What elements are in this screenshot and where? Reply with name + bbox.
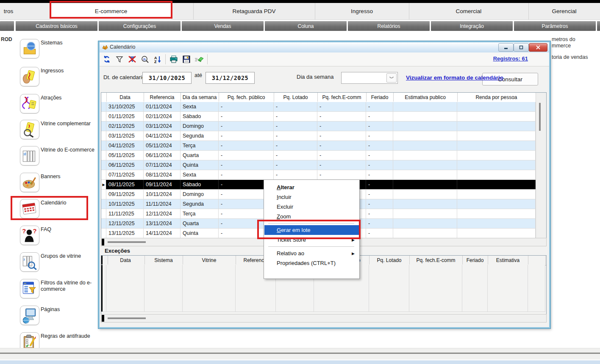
tab-ecommerce[interactable]: E-commerce [51, 3, 171, 19]
refresh-icon[interactable] [102, 54, 112, 64]
vscroll-thumb[interactable] [539, 103, 541, 131]
hscroll-thumb[interactable] [108, 317, 146, 319]
column-header[interactable]: Data [106, 256, 145, 265]
until-label: até [194, 72, 202, 78]
grid-cell: - [317, 102, 366, 111]
window-titlebar[interactable]: Calendário [100, 42, 549, 53]
filter-icon[interactable] [114, 54, 125, 64]
grid-cell [462, 293, 488, 302]
column-header[interactable]: Estimativa [488, 256, 528, 265]
tab-cadastros-partial[interactable]: tros [0, 3, 17, 19]
column-header[interactable]: Feriado [462, 256, 488, 265]
tab-gerencial[interactable]: Gerencial [528, 3, 600, 19]
vscrollbar-track[interactable] [536, 93, 546, 238]
eraser-icon[interactable] [194, 54, 204, 64]
menu-coluna[interactable]: Coluna [265, 21, 347, 31]
sidebar-item-showcase-groups[interactable]: Grupos de vitrine [20, 252, 98, 274]
menu-item-zoom[interactable]: Zoom [264, 212, 359, 221]
sidebar-item-tickets[interactable]: Ingressos [20, 67, 98, 89]
sidebar-item-showcase-filters[interactable]: Filtros da vitrine do e-commerce [20, 279, 98, 301]
exceptions-grid-hscrollbar[interactable] [101, 314, 547, 323]
sidebar-item-calendar[interactable]: Calendário [20, 199, 98, 221]
zoom-search-icon[interactable]: n [140, 54, 150, 64]
table-row[interactable]: 03/11/202504/11/2024Segunda---- [101, 131, 536, 141]
table-row[interactable] [101, 293, 545, 303]
menu-item-incluir[interactable]: Incluir [264, 192, 359, 202]
grid-cell [106, 274, 144, 284]
menu-item-alterar[interactable]: Alterar [264, 182, 359, 192]
menu-integracao[interactable]: Integração [431, 21, 513, 31]
chevron-down-icon[interactable] [386, 73, 397, 83]
table-row[interactable]: 06/11/202507/11/2024Quinta---- [101, 160, 536, 170]
minimize-button[interactable] [498, 43, 514, 52]
sidebar-item-banners[interactable]: Banners [20, 173, 98, 195]
column-header[interactable]: Dia da semana [181, 93, 219, 102]
column-header[interactable]: Sistema [144, 256, 183, 265]
table-row[interactable]: 05/11/202506/11/2024Quarta---- [101, 151, 536, 160]
column-header[interactable]: Feriado [366, 93, 394, 102]
menu-item-excluir[interactable]: Excluir [264, 202, 359, 212]
tab-ingresso[interactable]: Ingresso [315, 3, 409, 19]
table-row[interactable] [101, 284, 545, 293]
grid-cell [457, 199, 536, 209]
menu-cadastros-basicos[interactable]: Cadastros básicos [16, 21, 97, 31]
grid-cell [462, 265, 488, 274]
row-indicator [101, 112, 106, 121]
column-header[interactable]: Pq. Lotado [369, 256, 410, 265]
context-menu: AlterarIncluirExcluirZoomGerar em loteTi… [264, 179, 360, 279]
print-icon[interactable] [169, 54, 179, 64]
menu-vendas[interactable]: Vendas [182, 21, 264, 31]
registros-link[interactable]: Registros: 61 [493, 55, 528, 62]
sort-az-icon[interactable]: AZ [153, 54, 163, 64]
table-row[interactable]: 07/11/202508/11/2024Sexta---- [101, 170, 536, 180]
column-header[interactable]: Renda por pessoa [457, 93, 536, 102]
table-row[interactable]: 04/11/202505/11/2024Terça---- [101, 141, 536, 151]
save-icon[interactable] [181, 54, 192, 64]
tab-comercial[interactable]: Comercial [409, 3, 528, 19]
tab-retaguarda-pdv[interactable]: Retaguarda PDV [193, 3, 315, 19]
grid-cell [183, 284, 236, 293]
table-row[interactable]: 01/11/202502/11/2024Sábado---- [101, 112, 536, 121]
sidebar-item-showcase-complementary[interactable]: Vitrine complementar [20, 120, 98, 142]
menu-configuracoes[interactable]: Configurações [99, 21, 181, 31]
column-header[interactable]: Referencia [144, 93, 181, 102]
grid-cell [488, 293, 528, 302]
date-from-input[interactable]: 31/10/2025 [142, 72, 192, 84]
column-header[interactable] [528, 256, 546, 265]
grid-cell [236, 302, 276, 312]
menu-item-relativo-ao[interactable]: Relativo ao▶ [264, 248, 359, 258]
column-header[interactable]: Pq. Lotado [274, 93, 318, 102]
sidebar-item-showcase-ecommerce[interactable]: Vitrine do E-commerce [20, 146, 98, 168]
table-row[interactable] [101, 302, 545, 312]
grid-cell: - [219, 170, 274, 179]
close-button[interactable] [529, 43, 547, 52]
grid-cell: - [366, 180, 393, 189]
sidebar-item-faq[interactable]: ??FAQ [20, 226, 98, 248]
column-header[interactable]: Pq. fech.E-comm [317, 93, 367, 102]
table-row[interactable]: 02/11/202503/11/2024Domingo---- [101, 121, 536, 131]
column-header[interactable]: Data [106, 93, 144, 102]
table-row[interactable]: 31/10/202501/11/2024Sexta---- [101, 102, 536, 112]
grid-cell: - [317, 170, 366, 179]
menu-item-propriedades-ctrl-t[interactable]: Propriedades (CTRL+T) [264, 258, 359, 268]
hscroll-thumb[interactable] [108, 241, 146, 243]
sidebar-item-label: Calendário [41, 200, 95, 206]
menu-item-ticket-store[interactable]: Ticket Store▶ [264, 235, 359, 245]
weekday-select[interactable] [341, 72, 398, 84]
grid-cell: 02/11/2025 [106, 121, 144, 131]
clear-filter-icon[interactable] [127, 54, 137, 64]
sidebar-item-systems[interactable]: Sistemas [20, 39, 98, 61]
menu-item-gerar-em-lote[interactable]: Gerar em lote [264, 225, 359, 235]
grid-cell: 12/11/2024 [144, 209, 181, 218]
column-header[interactable]: Vitrine [183, 256, 236, 265]
sidebar-item-attractions[interactable]: Atrações [20, 94, 98, 116]
column-header[interactable]: Pq. fech. público [219, 93, 274, 102]
menu-relatorios[interactable]: Relatórios [348, 21, 430, 31]
sidebar-item-pages[interactable]: Páginas [20, 306, 98, 328]
column-header[interactable]: Pq. fech.E-comm [409, 256, 463, 265]
date-to-input[interactable]: 31/12/2025 [206, 72, 255, 84]
restore-button[interactable] [514, 43, 529, 52]
column-header[interactable]: Estimativa publico [393, 93, 458, 102]
menu-parametros[interactable]: Parâmetros [514, 21, 596, 31]
calendar-format-link[interactable]: Vizualizar em formato de calendário [406, 74, 503, 81]
